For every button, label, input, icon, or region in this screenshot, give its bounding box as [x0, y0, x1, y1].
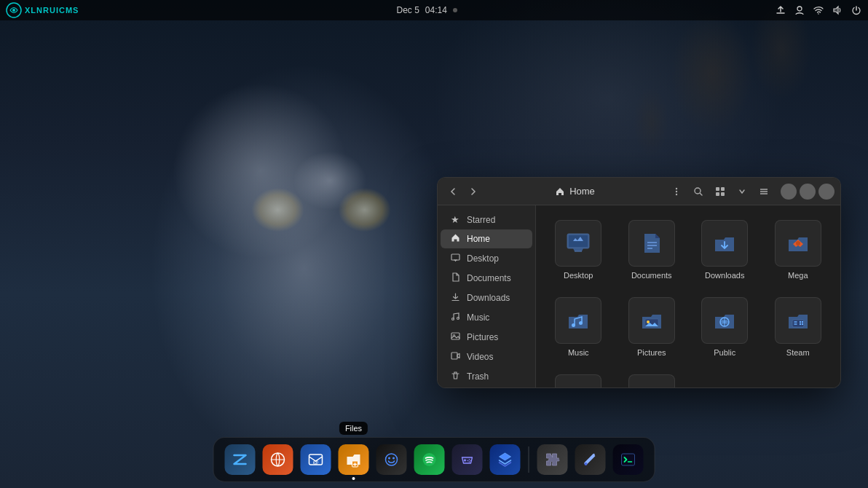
forward-button[interactable]: [464, 182, 483, 201]
svg-point-33: [796, 241, 800, 245]
dock-item-terminal[interactable]: [611, 442, 646, 477]
topbar: XLNRUICMS Dec 5 04:14: [0, 0, 868, 20]
sidebar-item-home[interactable]: Home: [441, 229, 532, 248]
app5-icon: [376, 444, 407, 475]
dock-item-browser[interactable]: [261, 442, 296, 477]
fm-item-documents[interactable]: Documents: [618, 214, 686, 286]
user-icon[interactable]: [794, 4, 805, 16]
svg-point-2: [797, 7, 802, 11]
fm-label-desktop: Desktop: [564, 271, 593, 280]
terminal-icon: [613, 444, 644, 475]
sidebar-label-pictures: Pictures: [467, 332, 498, 342]
dock-item-wacom[interactable]: [573, 442, 608, 477]
dock-item-gamepad[interactable]: [450, 442, 485, 477]
topbar-right: [775, 4, 862, 16]
dock-item-email[interactable]: @: [299, 442, 334, 477]
upload-icon[interactable]: [775, 4, 786, 16]
dock: @ Files: [213, 437, 655, 482]
dock-separator: [529, 446, 529, 473]
sidebar-item-writable[interactable]: writable: [441, 387, 532, 387]
topbar-date: Dec 5: [397, 5, 419, 15]
sidebar-item-documents[interactable]: Documents: [441, 269, 532, 288]
music-icon: [449, 312, 461, 323]
svg-point-61: [585, 463, 588, 465]
window-title: Home: [569, 186, 595, 197]
fm-icon-desktop: [555, 220, 601, 267]
fm-item-mega[interactable]: Mega: [765, 214, 832, 286]
sidebar-item-downloads[interactable]: Downloads: [441, 288, 532, 307]
view-list-button[interactable]: [754, 182, 773, 201]
sidebar-label-starred: Starred: [467, 215, 495, 225]
view-dropdown-button[interactable]: [733, 182, 751, 201]
home-icon: [555, 186, 565, 197]
svg-rect-15: [451, 254, 459, 260]
fm-item-pictures[interactable]: Pictures: [618, 291, 686, 363]
fm-item-steam[interactable]: Steam: [765, 291, 832, 363]
svg-point-44: [802, 321, 803, 323]
svg-rect-21: [451, 333, 459, 339]
fm-icon-music: [555, 297, 601, 344]
home-sidebar-icon: [449, 233, 461, 245]
fm-item-music[interactable]: Music: [545, 291, 612, 363]
window-controls: ─ □ ✕: [781, 184, 835, 200]
volume-icon[interactable]: [832, 4, 843, 16]
fm-content: Desktop Documents: [536, 205, 840, 387]
dock-item-app5[interactable]: [374, 442, 409, 477]
fm-item-downloads[interactable]: Downloads: [691, 214, 759, 286]
close-button[interactable]: ✕: [818, 184, 835, 200]
dock-item-zorin[interactable]: [223, 442, 258, 477]
svg-rect-11: [721, 192, 725, 196]
maximize-button[interactable]: □: [800, 184, 816, 200]
svg-point-5: [676, 190, 677, 192]
svg-point-3: [818, 13, 819, 15]
titlebar: Home ─ □ ✕: [438, 178, 840, 205]
trash-icon: [449, 371, 461, 382]
titlebar-nav: [443, 182, 483, 201]
desktop-icon: [449, 253, 461, 264]
fm-label-public: Public: [714, 348, 735, 357]
topbar-left: XLNRUICMS: [6, 2, 79, 18]
sidebar-label-music: Music: [467, 312, 489, 323]
wifi-icon[interactable]: [813, 4, 824, 16]
fm-item-public[interactable]: Public: [691, 291, 759, 363]
fm-icon-public: [701, 297, 748, 344]
sidebar-item-starred[interactable]: ★ Starred: [441, 210, 532, 229]
fm-icon-mega: [775, 220, 821, 267]
dock-item-spotify[interactable]: [412, 442, 447, 477]
minimize-button[interactable]: ─: [781, 184, 797, 200]
fm-item-desktop[interactable]: Desktop: [545, 214, 612, 286]
svg-point-57: [469, 459, 470, 460]
sidebar-item-music[interactable]: Music: [441, 308, 532, 327]
sidebar-label-videos: Videos: [467, 352, 493, 362]
dock-item-layers[interactable]: [488, 442, 523, 477]
topbar-center: Dec 5 04:14: [397, 5, 457, 15]
sidebar-label-downloads: Downloads: [467, 293, 510, 303]
sidebar-label-trash: Trash: [467, 371, 489, 382]
fm-item-templates[interactable]: Templates: [545, 369, 612, 387]
view-grid-button[interactable]: [711, 182, 730, 201]
svg-point-43: [800, 321, 801, 323]
star-icon: ★: [449, 214, 461, 225]
power-icon[interactable]: [851, 4, 862, 16]
menu-button[interactable]: [667, 182, 686, 201]
svg-point-37: [647, 320, 650, 323]
dock-item-puzzle[interactable]: [535, 442, 570, 477]
sidebar-item-desktop[interactable]: Desktop: [441, 249, 532, 268]
files-icon: [339, 444, 369, 475]
svg-rect-23: [451, 353, 457, 359]
documents-icon: [449, 272, 461, 284]
search-button[interactable]: [689, 182, 708, 201]
fm-label-downloads: Downloads: [705, 271, 744, 280]
fm-icon-steam: [775, 297, 821, 344]
sidebar-item-pictures[interactable]: Pictures: [441, 328, 532, 347]
svg-point-19: [451, 318, 454, 320]
dock-item-files[interactable]: Files: [336, 442, 371, 477]
svg-rect-10: [716, 192, 719, 196]
spotify-icon: [414, 444, 445, 475]
fm-body: ★ Starred Home Desktop Documents: [438, 205, 840, 387]
sidebar-item-trash[interactable]: Trash: [441, 367, 532, 386]
sidebar-item-videos[interactable]: Videos: [441, 347, 532, 366]
back-button[interactable]: [443, 182, 462, 201]
fm-item-videos[interactable]: Videos: [618, 369, 686, 387]
gamepad-icon: [452, 444, 483, 475]
